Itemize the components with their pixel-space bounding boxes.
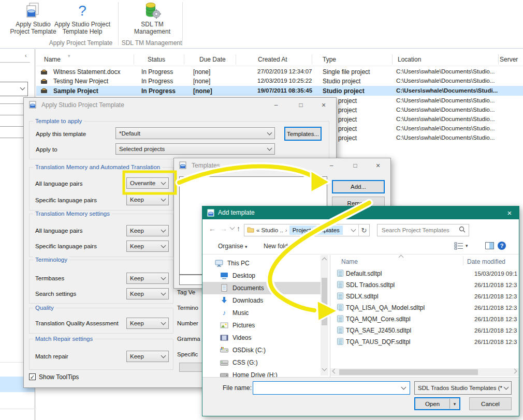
file-row[interactable]: TQA_TAUS_DQF.sdltpl 26/11/2018 12:3 <box>330 336 519 348</box>
scroll-up-icon[interactable] <box>322 258 327 263</box>
search-box[interactable] <box>377 224 469 236</box>
sidebar-item-osdisk-c[interactable]: OSDisk (C:) <box>202 344 321 356</box>
help-btn-label-2: Template Help <box>63 28 103 35</box>
maximize-icon[interactable]: □ <box>295 100 307 110</box>
file-column-header-name[interactable]: Name <box>341 258 358 265</box>
tm-settings-all-pairs-dropdown[interactable]: Keep <box>126 225 169 236</box>
open-button[interactable]: Open ▾ <box>414 397 460 410</box>
chevron-down-icon <box>161 228 166 233</box>
back-icon[interactable]: ← <box>209 225 216 232</box>
close-icon[interactable]: × <box>318 100 329 110</box>
help-question-icon: ? <box>78 1 86 21</box>
help-icon[interactable]: ? <box>498 242 506 250</box>
column-header-status[interactable]: Status <box>148 56 165 63</box>
file-row[interactable]: SDLX.sdltpl 26/11/2018 12:3 <box>330 291 519 302</box>
panel-dropdown[interactable] <box>0 82 28 96</box>
refresh-icon[interactable]: ↻ <box>359 227 369 234</box>
file-row[interactable]: TQA_LISA_QA_Model.sdltpl 26/11/2018 12:3 <box>330 302 519 313</box>
specific-language-pairs-label: Specific language pairs <box>35 197 97 204</box>
close-icon[interactable]: × <box>372 161 384 170</box>
column-header-location[interactable]: Location <box>398 56 421 63</box>
maximize-icon[interactable]: □ <box>350 161 361 170</box>
breadcrumb-current[interactable]: Project Templates <box>289 226 343 235</box>
sidebar-item-pictures[interactable]: Pictures <box>202 319 321 332</box>
dialog-titlebar[interactable]: Apply Studio Project Template – □ × <box>24 98 336 112</box>
table-row[interactable]: Testing New Project In Progress [none] 1… <box>36 77 523 86</box>
chevron-down-icon <box>161 291 166 296</box>
show-tooltips-checkbox[interactable]: ✓ <box>29 373 36 380</box>
organise-menu[interactable]: Organise ▾ <box>218 243 248 250</box>
column-header-server[interactable]: Server <box>500 56 518 63</box>
apply-to-dropdown[interactable]: Selected projects <box>115 143 275 155</box>
minimize-icon[interactable]: – <box>270 100 282 110</box>
file-type-filter-dropdown[interactable]: SDL Trados Studio Templates (* <box>414 381 512 395</box>
scroll-left-icon[interactable] <box>332 369 338 374</box>
search-settings-dropdown[interactable]: Keep <box>126 288 169 299</box>
search-input[interactable] <box>381 227 459 234</box>
scroll-right-icon[interactable] <box>512 369 517 374</box>
new-folder-button[interactable]: New folder <box>264 243 293 250</box>
file-row[interactable]: TQA_MQM_Core.sdltpl 26/11/2018 12:3 <box>330 313 519 325</box>
file-name-combo[interactable] <box>253 381 410 395</box>
match-repair-dropdown[interactable]: Keep <box>126 351 169 362</box>
up-icon[interactable]: ↑ <box>237 225 240 232</box>
tm-settings-specific-pairs-dropdown[interactable]: Keep <box>126 241 169 252</box>
collapse-panel-chevron-icon[interactable]: ‹ <box>25 52 27 58</box>
file-column-header-date-modified[interactable]: Date modified <box>467 258 505 265</box>
view-list-icon[interactable] <box>454 242 463 251</box>
dialog-titlebar[interactable]: Add template × <box>202 206 519 219</box>
sidebar-item-this-pc[interactable]: This PC <box>202 257 321 269</box>
address-bar[interactable]: « Studio .. › Project Templates ↻ <box>244 224 370 236</box>
file-date: 15/03/2019 09:1 <box>474 271 519 277</box>
file-row[interactable]: Default.sdltpl 15/03/2019 09:1 <box>330 268 519 279</box>
specific-language-pairs-label: Specific language pairs <box>35 243 97 250</box>
address-chevron-icon[interactable] <box>351 227 356 232</box>
sidebar-item-downloads[interactable]: Downloads <box>202 294 321 307</box>
scrollbar-thumb[interactable] <box>339 369 478 375</box>
cell-type: Studio project <box>323 78 360 85</box>
scroll-down-icon[interactable] <box>322 366 327 371</box>
column-header-created-at[interactable]: Created At <box>258 56 287 63</box>
cancel-button[interactable]: Cancel <box>469 397 512 410</box>
open-button-label: Open <box>415 401 449 407</box>
all-language-pairs-dropdown[interactable]: Overwrite <box>126 177 169 189</box>
scrollbar-thumb[interactable] <box>322 278 327 325</box>
tqa-dropdown[interactable]: Keep <box>126 318 169 329</box>
file-column-divider[interactable] <box>463 256 463 265</box>
sidebar-item-desktop[interactable]: Desktop <box>202 269 321 282</box>
apply-this-template-dropdown[interactable]: *Default <box>115 127 275 139</box>
specific-language-pairs-dropdown[interactable]: Keep <box>126 194 169 205</box>
add-button[interactable]: Add... <box>332 180 385 193</box>
file-row[interactable]: SDL Trados.sdltpl 26/11/2018 12:3 <box>330 279 519 291</box>
sidebar-scrollbar[interactable] <box>321 255 328 376</box>
column-header-type[interactable]: Type <box>323 56 336 63</box>
minimize-icon[interactable]: – <box>326 161 337 170</box>
close-icon[interactable]: × <box>502 208 517 218</box>
breadcrumb-parent[interactable]: « Studio .. <box>256 227 283 233</box>
termbases-dropdown[interactable]: Keep <box>126 273 169 284</box>
templates-button[interactable]: Templates... <box>284 127 322 141</box>
sidebar-item-home-drive-h[interactable]: Home Drive (H:) <box>202 369 321 377</box>
table-row[interactable]: Witness Statement.docx In Progress [none… <box>36 67 523 77</box>
sidebar-item-documents[interactable]: Documents <box>202 282 321 294</box>
table-row-selected[interactable]: Sample Project In Progress [none] 19/07/… <box>36 86 523 96</box>
preview-pane-icon[interactable] <box>485 242 494 251</box>
sidebar-item-music[interactable]: ♪ Music <box>202 307 321 319</box>
file-list-horizontal-scrollbar[interactable] <box>330 368 519 376</box>
view-dropdown-icon[interactable]: ▾ <box>466 243 468 248</box>
sidebar-item-videos[interactable]: Videos <box>202 332 321 344</box>
file-name-input[interactable] <box>253 384 402 392</box>
recent-locations-chevron-icon[interactable] <box>230 225 235 230</box>
chevron-down-icon <box>161 197 166 202</box>
sidebar-item-css-g[interactable]: CSS (G:) <box>202 356 321 369</box>
cell-location: C:\Users\swhale\Documents\Studio... <box>396 97 495 103</box>
forward-icon[interactable]: → <box>220 225 227 232</box>
file-row[interactable]: TQA_SAE_J2450.sdltpl 26/11/2018 12:3 <box>330 325 519 336</box>
column-header-name[interactable]: Name <box>44 56 61 63</box>
file-date: 26/11/2018 12:3 <box>474 305 519 311</box>
dropdown-value: Keep <box>130 353 162 359</box>
dialog-titlebar[interactable]: Templates – □ × <box>174 158 390 173</box>
open-dropdown-icon[interactable]: ▾ <box>450 401 459 407</box>
column-header-due-date[interactable]: Due Date <box>199 56 226 63</box>
table-header[interactable]: Name ▾ Status Due Date Created At Type L… <box>36 53 523 66</box>
